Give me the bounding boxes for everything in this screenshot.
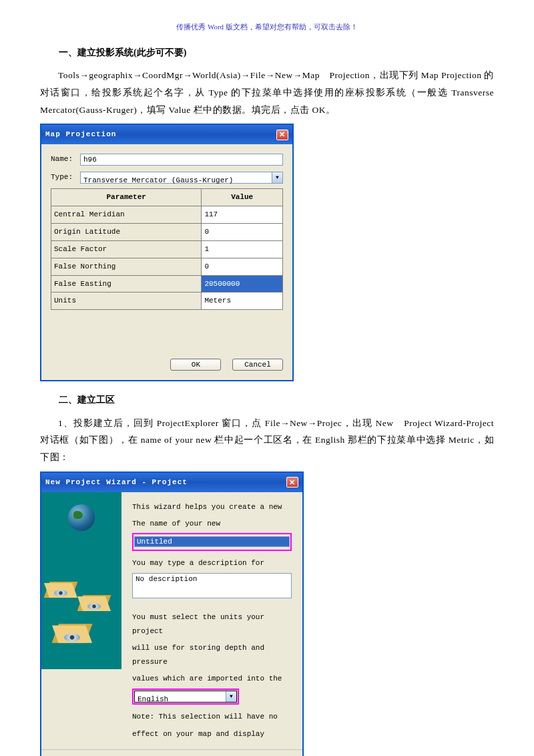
project-name-input[interactable]	[134, 536, 290, 547]
table-row: Origin Latitude0	[51, 223, 283, 240]
section1-para: Tools→geographix→CoordMgr→World(Asia)→Fi…	[40, 67, 494, 118]
dialog-title: Map Projection	[45, 128, 116, 142]
type-dropdown[interactable]: Transverse Mercator (Gauss-Kruger) ▼	[80, 172, 283, 184]
name-highlight	[132, 533, 292, 551]
folder-icon	[80, 592, 108, 611]
desc-prompt: You may type a description for	[132, 556, 292, 570]
table-row: False Easting20500000	[51, 275, 283, 293]
note-text: effect on your map and display	[132, 727, 292, 741]
table-row: Scale Factor1	[51, 240, 283, 258]
titlebar: Map Projection ✕	[41, 125, 292, 144]
header-note: 传播优秀 Word 版文档，希望对您有帮助，可双击去除！	[40, 20, 494, 34]
globe-icon	[68, 504, 95, 531]
wizard-sidebar	[41, 492, 121, 669]
table-row: Central Meridian117	[51, 206, 283, 223]
note-text: Note: This selection will have no	[132, 710, 292, 724]
units-prompt: You must select the units your project	[132, 610, 292, 638]
new-project-wizard-dialog: New Project Wizard - Project ✕ This wiza…	[40, 471, 304, 756]
folder-icon	[47, 579, 75, 598]
col-parameter: Parameter	[51, 189, 202, 206]
wizard-intro: This wizard helps you create a new	[132, 500, 292, 514]
section2-para: 1、投影建立后，回到 ProjectExplorer 窗口，点 File→New…	[40, 415, 494, 466]
units-value: English	[135, 691, 226, 702]
type-value: Transverse Mercator (Gauss-Kruger)	[81, 172, 272, 183]
units-prompt: will use for storing depth and pressure	[132, 641, 292, 669]
titlebar: New Project Wizard - Project ✕	[41, 473, 302, 492]
folder-icon	[55, 620, 89, 643]
map-projection-dialog: Map Projection ✕ Name: Type: Transverse …	[40, 124, 294, 381]
close-icon[interactable]: ✕	[276, 130, 288, 140]
col-value: Value	[202, 189, 283, 206]
table-row: False Northing0	[51, 258, 283, 275]
chevron-down-icon[interactable]: ▼	[226, 691, 236, 702]
units-highlight: English ▼	[132, 689, 239, 705]
section2-heading: 二、建立工区	[40, 391, 494, 409]
dialog-title: New Project Wizard - Project	[45, 476, 188, 490]
name-label: Name:	[51, 152, 76, 166]
ok-button[interactable]: OK	[170, 359, 221, 371]
units-prompt: values which are imported into the	[132, 672, 292, 686]
name-prompt: The name of your new	[132, 517, 292, 531]
type-label: Type:	[51, 170, 76, 184]
chevron-down-icon[interactable]: ▼	[272, 172, 282, 183]
description-input[interactable]	[132, 573, 292, 598]
close-icon[interactable]: ✕	[286, 477, 298, 488]
table-row: UnitsMeters	[51, 293, 283, 310]
parameter-table: Parameter Value Central Meridian117 Orig…	[51, 188, 283, 310]
section1-heading: 一、建立投影系统(此步可不要)	[40, 44, 494, 62]
units-dropdown[interactable]: English ▼	[134, 691, 237, 703]
cancel-button[interactable]: Cancel	[232, 359, 283, 371]
name-input[interactable]	[80, 154, 283, 166]
